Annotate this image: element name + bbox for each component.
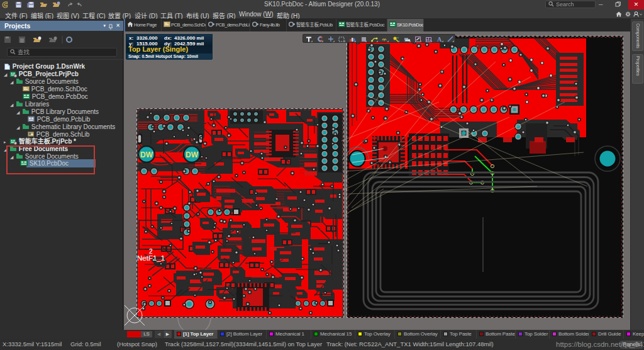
svg-text:DW: DW bbox=[186, 150, 199, 159]
svg-text:NetF1_1: NetF1_1 bbox=[137, 254, 165, 262]
svg-text:DW: DW bbox=[140, 150, 153, 159]
svg-text:2: 2 bbox=[149, 248, 153, 255]
